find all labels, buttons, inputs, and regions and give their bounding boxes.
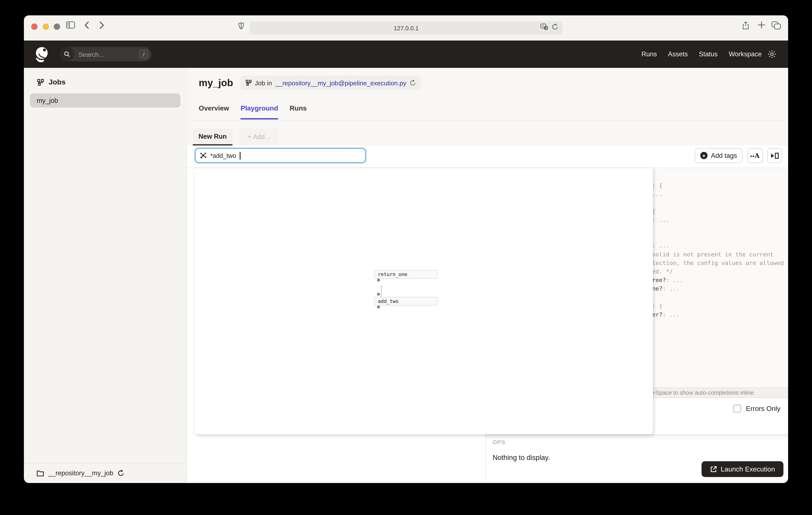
tab-overview-icon[interactable] — [772, 21, 781, 29]
reload-repository-icon[interactable] — [410, 80, 415, 86]
new-tab-icon[interactable] — [758, 21, 765, 29]
translate-icon[interactable]: A 文 — [540, 24, 548, 32]
code-line — [652, 293, 784, 301]
code-line — [652, 233, 784, 241]
op-selector-graph-icon — [200, 152, 207, 159]
add-tags-button[interactable]: + Add tags — [695, 148, 743, 163]
repository-name: __repository__my_job — [48, 469, 113, 477]
privacy-shield-icon — [238, 22, 244, 29]
repository-link[interactable]: __repository__my_job@pipeline_execution.… — [275, 79, 406, 86]
shortcuts-button[interactable]: ••A — [748, 148, 762, 163]
app-body: Jobs my_job __repository__my_job — [24, 68, 788, 483]
reload-icon[interactable] — [552, 24, 558, 32]
zoom-window-button[interactable] — [54, 24, 60, 30]
jobs-section-title: Jobs — [49, 78, 65, 87]
ops-panel-header: OPS — [493, 439, 505, 445]
svg-text:文: 文 — [545, 26, 548, 30]
code-line: er?: ... — [652, 310, 784, 319]
back-button[interactable] — [84, 21, 89, 29]
op-node-add-two[interactable]: add_two — [374, 297, 438, 305]
autocomplete-icon: ••A — [750, 152, 760, 159]
code-line: ne?: ... — [652, 284, 784, 293]
nav-item[interactable]: Assets — [668, 50, 688, 58]
nav-item[interactable]: Runs — [641, 50, 657, 58]
sidebar-item-my-job[interactable]: my_job — [30, 93, 180, 108]
plus-circle-icon: + — [700, 152, 707, 159]
job-tree-icon — [37, 79, 44, 86]
config-code: : { ... { : ... — [652, 181, 784, 319]
share-icon[interactable] — [742, 21, 749, 30]
url-text: 127.0.0.1 — [394, 25, 419, 31]
code-line: : { — [652, 301, 784, 310]
text-cursor — [240, 152, 240, 159]
run-config-tab-new-run[interactable]: New Run — [193, 129, 232, 145]
open-panel-icon — [771, 153, 779, 159]
refresh-icon[interactable] — [117, 470, 124, 477]
screen: 127.0.0.1 A 文 — [0, 0, 812, 515]
code-line: : { — [652, 181, 784, 189]
code-line: ree?: ... — [652, 276, 784, 284]
settings-gear-icon[interactable] — [767, 50, 776, 60]
repository-footer[interactable]: __repository__my_job — [24, 463, 186, 483]
errors-only-checkbox[interactable] — [733, 405, 741, 413]
main-content: my_job Job in __repository__my_job@pipel… — [187, 68, 788, 483]
op-selector-input[interactable]: *add_two — [195, 147, 366, 163]
browser-toolbar: 127.0.0.1 A 文 — [24, 16, 788, 40]
output-dot[interactable] — [377, 279, 380, 281]
address-bar[interactable]: 127.0.0.1 A 文 — [250, 21, 562, 34]
app-header: Search... / RunsAssetsStatusWorkspace — [24, 40, 788, 68]
browser-window: 127.0.0.1 A 文 — [24, 16, 788, 483]
op-selector-value: *add_two — [210, 152, 236, 159]
code-line — [652, 198, 784, 207]
code-line: { — [652, 207, 784, 215]
tabs-divider — [187, 120, 788, 121]
code-line: : ... — [652, 241, 784, 250]
playground-split: : { ... { : ... — [187, 168, 788, 483]
forward-button[interactable] — [99, 21, 104, 29]
ops-panel-empty-text: Nothing to display. — [493, 454, 550, 462]
tab-playground[interactable]: Playground — [240, 105, 278, 119]
folder-icon — [37, 470, 44, 477]
run-config-tabs: New Run + Add... — [193, 129, 279, 145]
search-icon — [60, 47, 74, 61]
close-window-button[interactable] — [31, 24, 37, 30]
errors-only-label: Errors Only — [746, 405, 780, 412]
search-placeholder: Search... — [79, 51, 139, 58]
autocomplete-hint: +Space to show auto-completions inline. — [652, 389, 755, 396]
tab-runs[interactable]: Runs — [290, 105, 307, 119]
search-shortcut-key: / — [139, 50, 148, 59]
dag-edge — [381, 285, 382, 297]
jobs-section-header: Jobs — [37, 78, 65, 87]
search-input[interactable]: Search... / — [60, 47, 151, 61]
launch-execution-button[interactable]: Launch Execution — [701, 461, 783, 477]
code-line: ed. */ — [652, 267, 784, 276]
code-line: ... — [652, 189, 784, 198]
input-dot[interactable] — [377, 293, 380, 296]
dagster-logo[interactable] — [34, 46, 50, 62]
add-config-tab-button[interactable]: + Add... — [239, 129, 279, 145]
expand-panel-button[interactable] — [767, 148, 782, 163]
ops-panel: OPS Nothing to display. Launch Execution — [486, 434, 788, 483]
code-line — [652, 224, 784, 233]
page-title: my_job — [199, 77, 233, 88]
job-origin-badge: Job in __repository__my_job@pipeline_exe… — [240, 76, 421, 90]
job-tree-icon — [245, 80, 252, 86]
badge-prefix: Job in — [255, 79, 272, 86]
svg-text:A: A — [542, 24, 544, 28]
launch-icon — [710, 466, 717, 472]
sidebar: Jobs my_job __repository__my_job — [24, 68, 187, 483]
page-tabs: Overview Playground Runs — [199, 105, 307, 119]
header-nav: RunsAssetsStatusWorkspace — [641, 40, 762, 68]
sidebar-toggle-icon[interactable] — [66, 21, 75, 29]
nav-item[interactable]: Status — [699, 50, 718, 58]
output-dot[interactable] — [377, 305, 380, 308]
nav-item[interactable]: Workspace — [729, 50, 762, 58]
code-line: lection, the config values are allowed — [652, 259, 784, 267]
op-node-return-one[interactable]: return_one — [374, 270, 438, 279]
dag-canvas[interactable]: return_one add_two — [195, 168, 653, 434]
tab-overview[interactable]: Overview — [199, 105, 229, 119]
minimize-window-button[interactable] — [42, 24, 49, 30]
code-line: : ... — [652, 215, 784, 224]
code-line: solid is not present in the current — [652, 250, 784, 259]
op-toolbar: *add_two + Add tags ••A — [187, 145, 788, 168]
